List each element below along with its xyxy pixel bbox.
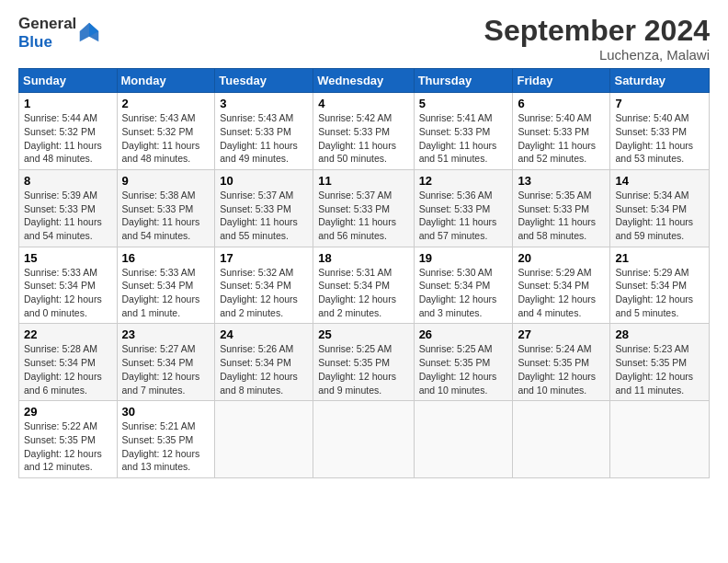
calendar-cell: [215, 401, 313, 478]
col-sunday: Sunday: [19, 69, 118, 93]
calendar-cell: 14 Sunrise: 5:34 AMSunset: 5:34 PMDaylig…: [610, 169, 710, 247]
calendar-cell: 13 Sunrise: 5:35 AMSunset: 5:33 PMDaylig…: [513, 169, 610, 247]
day-info: Sunrise: 5:29 AMSunset: 5:34 PMDaylight:…: [518, 267, 596, 318]
calendar-cell: 19 Sunrise: 5:30 AMSunset: 5:34 PMDaylig…: [414, 247, 513, 324]
day-info: Sunrise: 5:41 AMSunset: 5:33 PMDaylight:…: [419, 112, 497, 164]
day-number: 24: [220, 327, 308, 341]
day-number: 29: [24, 405, 112, 419]
logo-icon: [76, 19, 102, 45]
day-info: Sunrise: 5:33 AMSunset: 5:34 PMDaylight:…: [24, 267, 102, 318]
day-number: 6: [518, 97, 605, 110]
calendar-cell: 16 Sunrise: 5:33 AMSunset: 5:34 PMDaylig…: [117, 247, 215, 324]
day-number: 12: [419, 174, 508, 188]
day-number: 18: [318, 251, 408, 265]
calendar-cell: 18 Sunrise: 5:31 AMSunset: 5:34 PMDaylig…: [313, 247, 414, 324]
calendar-cell: 24 Sunrise: 5:26 AMSunset: 5:34 PMDaylig…: [215, 324, 313, 401]
day-number: 5: [419, 97, 508, 110]
day-info: Sunrise: 5:25 AMSunset: 5:35 PMDaylight:…: [419, 343, 497, 395]
calendar-cell: 7 Sunrise: 5:40 AMSunset: 5:33 PMDayligh…: [610, 93, 710, 170]
day-info: Sunrise: 5:43 AMSunset: 5:33 PMDaylight:…: [220, 112, 298, 164]
col-wednesday: Wednesday: [313, 69, 414, 93]
day-number: 9: [122, 174, 210, 188]
calendar-cell: 4 Sunrise: 5:42 AMSunset: 5:33 PMDayligh…: [313, 93, 414, 170]
day-info: Sunrise: 5:38 AMSunset: 5:33 PMDaylight:…: [122, 190, 200, 241]
calendar-cell: 29 Sunrise: 5:22 AMSunset: 5:35 PMDaylig…: [19, 401, 118, 478]
calendar-cell: 1 Sunrise: 5:44 AMSunset: 5:32 PMDayligh…: [19, 93, 118, 170]
calendar-cell: 25 Sunrise: 5:25 AMSunset: 5:35 PMDaylig…: [313, 324, 414, 401]
day-number: 21: [615, 251, 704, 265]
day-info: Sunrise: 5:35 AMSunset: 5:33 PMDaylight:…: [518, 190, 596, 241]
calendar-page: General Blue September 2024 Luchenza, Ma…: [0, 0, 728, 563]
day-info: Sunrise: 5:24 AMSunset: 5:35 PMDaylight:…: [518, 343, 596, 395]
calendar-cell: 28 Sunrise: 5:23 AMSunset: 5:35 PMDaylig…: [610, 324, 710, 401]
day-info: Sunrise: 5:27 AMSunset: 5:34 PMDaylight:…: [122, 343, 200, 395]
day-info: Sunrise: 5:39 AMSunset: 5:33 PMDaylight:…: [24, 190, 102, 241]
calendar-cell: 10 Sunrise: 5:37 AMSunset: 5:33 PMDaylig…: [215, 169, 313, 247]
day-info: Sunrise: 5:37 AMSunset: 5:33 PMDaylight:…: [318, 190, 396, 241]
calendar-cell: 30 Sunrise: 5:21 AMSunset: 5:35 PMDaylig…: [117, 401, 215, 478]
calendar-cell: 8 Sunrise: 5:39 AMSunset: 5:33 PMDayligh…: [19, 169, 118, 247]
day-info: Sunrise: 5:36 AMSunset: 5:33 PMDaylight:…: [419, 190, 497, 241]
calendar-cell: 3 Sunrise: 5:43 AMSunset: 5:33 PMDayligh…: [215, 93, 313, 170]
day-number: 30: [122, 405, 210, 419]
calendar-cell: 26 Sunrise: 5:25 AMSunset: 5:35 PMDaylig…: [414, 324, 513, 401]
day-info: Sunrise: 5:33 AMSunset: 5:34 PMDaylight:…: [122, 267, 200, 318]
calendar-cell: 21 Sunrise: 5:29 AMSunset: 5:34 PMDaylig…: [610, 247, 710, 324]
day-info: Sunrise: 5:37 AMSunset: 5:33 PMDaylight:…: [220, 190, 298, 241]
calendar-table: Sunday Monday Tuesday Wednesday Thursday…: [18, 68, 710, 478]
day-number: 3: [220, 97, 308, 110]
day-number: 10: [220, 174, 308, 188]
day-number: 8: [24, 174, 112, 188]
day-number: 22: [24, 327, 112, 341]
location-title: Luchenza, Malawi: [484, 47, 710, 63]
calendar-cell: 23 Sunrise: 5:27 AMSunset: 5:34 PMDaylig…: [117, 324, 215, 401]
day-info: Sunrise: 5:21 AMSunset: 5:35 PMDaylight:…: [122, 420, 200, 472]
day-number: 27: [518, 327, 605, 341]
calendar-cell: 5 Sunrise: 5:41 AMSunset: 5:33 PMDayligh…: [414, 93, 513, 170]
logo: General Blue: [18, 15, 102, 52]
day-info: Sunrise: 5:40 AMSunset: 5:33 PMDaylight:…: [615, 112, 693, 164]
calendar-cell: 6 Sunrise: 5:40 AMSunset: 5:33 PMDayligh…: [513, 93, 610, 170]
calendar-cell: 20 Sunrise: 5:29 AMSunset: 5:34 PMDaylig…: [513, 247, 610, 324]
day-info: Sunrise: 5:43 AMSunset: 5:32 PMDaylight:…: [122, 112, 200, 164]
calendar-cell: 17 Sunrise: 5:32 AMSunset: 5:34 PMDaylig…: [215, 247, 313, 324]
day-number: 2: [122, 97, 210, 110]
day-info: Sunrise: 5:25 AMSunset: 5:35 PMDaylight:…: [318, 343, 396, 395]
calendar-cell: 12 Sunrise: 5:36 AMSunset: 5:33 PMDaylig…: [414, 169, 513, 247]
day-number: 20: [518, 251, 605, 265]
day-number: 26: [419, 327, 508, 341]
day-info: Sunrise: 5:42 AMSunset: 5:33 PMDaylight:…: [318, 112, 396, 164]
day-info: Sunrise: 5:22 AMSunset: 5:35 PMDaylight:…: [24, 420, 102, 472]
col-tuesday: Tuesday: [215, 69, 313, 93]
day-number: 19: [419, 251, 508, 265]
day-number: 1: [24, 97, 112, 110]
month-title: September 2024: [484, 15, 710, 47]
day-info: Sunrise: 5:32 AMSunset: 5:34 PMDaylight:…: [220, 267, 298, 318]
day-number: 16: [122, 251, 210, 265]
calendar-cell: 27 Sunrise: 5:24 AMSunset: 5:35 PMDaylig…: [513, 324, 610, 401]
title-block: September 2024 Luchenza, Malawi: [484, 15, 710, 63]
logo-general: General: [18, 15, 76, 33]
day-info: Sunrise: 5:23 AMSunset: 5:35 PMDaylight:…: [615, 343, 693, 395]
logo-blue: Blue: [18, 33, 76, 52]
col-saturday: Saturday: [610, 69, 710, 93]
day-number: 25: [318, 327, 408, 341]
col-thursday: Thursday: [414, 69, 513, 93]
calendar-cell: [513, 401, 610, 478]
day-info: Sunrise: 5:40 AMSunset: 5:33 PMDaylight:…: [518, 112, 596, 164]
day-info: Sunrise: 5:31 AMSunset: 5:34 PMDaylight:…: [318, 267, 396, 318]
day-info: Sunrise: 5:44 AMSunset: 5:32 PMDaylight:…: [24, 112, 102, 164]
day-number: 14: [615, 174, 704, 188]
day-info: Sunrise: 5:34 AMSunset: 5:34 PMDaylight:…: [615, 190, 693, 241]
calendar-cell: 2 Sunrise: 5:43 AMSunset: 5:32 PMDayligh…: [117, 93, 215, 170]
calendar-cell: 9 Sunrise: 5:38 AMSunset: 5:33 PMDayligh…: [117, 169, 215, 247]
day-number: 7: [615, 97, 704, 110]
calendar-cell: 15 Sunrise: 5:33 AMSunset: 5:34 PMDaylig…: [19, 247, 118, 324]
calendar-cell: [313, 401, 414, 478]
header-row: Sunday Monday Tuesday Wednesday Thursday…: [19, 69, 710, 93]
calendar-cell: 22 Sunrise: 5:28 AMSunset: 5:34 PMDaylig…: [19, 324, 118, 401]
col-monday: Monday: [117, 69, 215, 93]
day-info: Sunrise: 5:29 AMSunset: 5:34 PMDaylight:…: [615, 267, 693, 318]
day-info: Sunrise: 5:30 AMSunset: 5:34 PMDaylight:…: [419, 267, 497, 318]
day-number: 17: [220, 251, 308, 265]
